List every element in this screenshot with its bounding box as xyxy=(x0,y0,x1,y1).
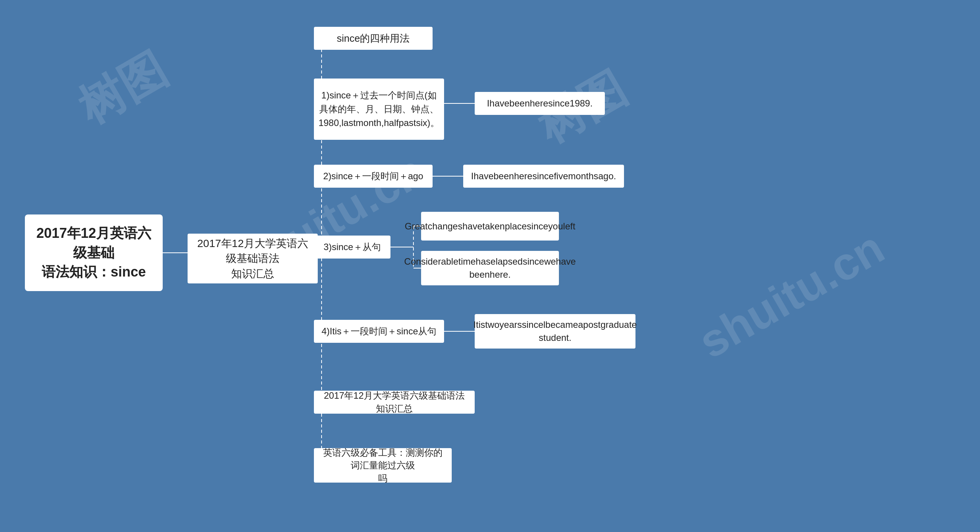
level1-node: 2017年12月大学英语六级基础语法知识汇总 xyxy=(188,234,318,283)
example2-node: Ihavebeenheresincefivemonthsago. xyxy=(463,165,624,188)
usage2-node: 2)since＋一段时间＋ago xyxy=(314,165,433,188)
usage3-node: 3)since＋从句 xyxy=(314,236,390,259)
usage3-label: 3)since＋从句 xyxy=(323,241,381,254)
usage4-label: 4)Itis＋一段时间＋since从句 xyxy=(322,325,436,338)
usage1-label: 1)since＋过去一个时间点(如具体的年、月、日期、钟点、1980,lastm… xyxy=(318,88,439,130)
usage4-node: 4)Itis＋一段时间＋since从句 xyxy=(314,320,444,343)
example4-node: Itistwoyearssincelbecameapostgraduatestu… xyxy=(475,314,635,349)
root-label: 2017年12月英语六级基础语法知识：since xyxy=(32,224,156,282)
example3b-label: Considerabletimehaselapsedsincewehavebee… xyxy=(404,255,576,281)
link2-node[interactable]: 英语六级必备工具：测测你的词汇量能过六级吗 xyxy=(314,448,452,483)
mindmap: 树图 shuitu.cn 树图 shuitu.cn xyxy=(0,0,980,532)
usage2-label: 2)since＋一段时间＋ago xyxy=(323,170,423,183)
usage1-node: 1)since＋过去一个时间点(如具体的年、月、日期、钟点、1980,lastm… xyxy=(314,79,444,140)
root-node: 2017年12月英语六级基础语法知识：since xyxy=(25,214,163,291)
since-title-node: since的四种用法 xyxy=(314,27,433,50)
example3a-label: Greatchangeshavetakenplacesinceyouleft xyxy=(405,220,575,233)
link1-node[interactable]: 2017年12月大学英语六级基础语法知识汇总 xyxy=(314,391,475,414)
level1-label: 2017年12月大学英语六级基础语法知识汇总 xyxy=(194,236,311,281)
link2-label: 英语六级必备工具：测测你的词汇量能过六级吗 xyxy=(321,446,445,485)
example1-label: Ihavebeenheresince1989. xyxy=(487,97,593,110)
example2-label: Ihavebeenheresincefivemonthsago. xyxy=(471,170,616,183)
example4-label: Itistwoyearssincelbecameapostgraduatestu… xyxy=(474,318,637,344)
example1-node: Ihavebeenheresince1989. xyxy=(475,92,605,115)
since-title-label: since的四种用法 xyxy=(337,31,410,45)
example3a-node: Greatchangeshavetakenplacesinceyouleft xyxy=(421,212,559,241)
watermark-4: shuitu.cn xyxy=(689,221,893,368)
example3b-node: Considerabletimehaselapsedsincewehavebee… xyxy=(421,251,559,285)
watermark-1: 树图 xyxy=(67,39,178,139)
link1-label: 2017年12月大学英语六级基础语法知识汇总 xyxy=(321,389,468,415)
